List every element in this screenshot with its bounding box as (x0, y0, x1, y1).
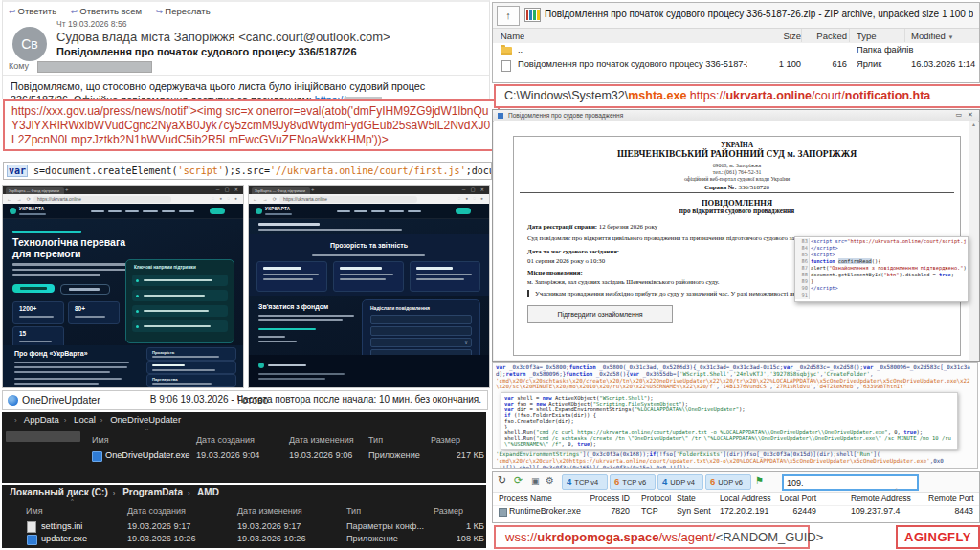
obfuscated-code-line: var _0x3c0f3a=_0x5800;function _0x5800(_… (496, 364, 974, 378)
about-card (146, 361, 236, 374)
browser-extension-icons[interactable]: ◌ ● ◌ ● (212, 196, 239, 201)
nav-link-skeleton[interactable] (337, 210, 350, 213)
column-header-pid[interactable]: Process ID (584, 494, 630, 503)
column-header-local-port[interactable]: Local Port (775, 494, 816, 503)
email-field[interactable] (370, 326, 472, 336)
file-size: 1 КБ (404, 521, 484, 531)
nav-link-skeleton[interactable] (143, 210, 158, 213)
doc-country: УКРАЇНА (514, 141, 960, 149)
column-header-packed[interactable]: Packed (805, 31, 847, 41)
column-header-size[interactable]: Размер (431, 435, 460, 445)
auto-refresh-icon[interactable]: ⟳ (514, 474, 523, 487)
nav-link-skeleton[interactable] (179, 210, 194, 213)
filter-input[interactable] (782, 474, 919, 491)
breadcrumb-item[interactable]: AMD (197, 487, 219, 497)
column-header-type[interactable]: Type (857, 31, 877, 41)
breadcrumb-item[interactable]: AppData (24, 414, 59, 425)
doc-phone: тел.: (061) 764-52-31 (514, 169, 960, 175)
refresh-icon[interactable]: ↻ (498, 474, 506, 487)
connection-row[interactable]: RuntimeBroker.exe 7820 TCP Syn Sent 172.… (493, 505, 979, 518)
column-header-protocol[interactable]: Protocol (641, 494, 671, 503)
column-header-remote-address[interactable]: Remote Address (851, 494, 911, 503)
email-link-skeleton[interactable] (258, 328, 316, 330)
donate-button[interactable] (12, 284, 55, 293)
footer-logo (258, 363, 264, 368)
nav-link-skeleton[interactable] (389, 210, 404, 213)
column-header-type[interactable]: Тип (368, 435, 383, 445)
column-header-remote-port[interactable]: Remote Port (928, 494, 973, 503)
task-icon (8, 395, 18, 406)
hta-document-area: ▲ УКРАЇНА ШЕВЧЕНКІВСЬКИЙ РАЙОННИЙ СУД м.… (494, 121, 978, 360)
column-header-name[interactable]: Name (501, 31, 524, 41)
breadcrumb-item[interactable]: Local (74, 414, 96, 425)
up-folder-button[interactable]: ↑ (497, 6, 520, 26)
decoded-script-line: var s=document.createElement('script');s… (3, 162, 492, 180)
browser-nav-icons[interactable]: ← → ⟳ (253, 196, 278, 202)
column-header-created[interactable]: Дата создания (127, 506, 186, 516)
topic-select[interactable]: ∨ (370, 338, 472, 347)
breadcrumb-item[interactable]: ProgramData (122, 487, 183, 497)
window-controls[interactable]: ▭ ✕ (956, 111, 975, 119)
nav-link-skeleton[interactable] (125, 210, 139, 213)
column-header-name[interactable]: Имя (26, 506, 43, 516)
text-skeleton (14, 371, 110, 373)
nav-link-skeleton[interactable] (108, 210, 122, 213)
column-header-name[interactable]: Имя (92, 435, 109, 445)
confirm-button[interactable]: Підтвердити ознайомлення (527, 305, 673, 323)
nav-link-skeleton[interactable] (354, 210, 368, 213)
column-header-modified[interactable]: Дата изменения (237, 506, 302, 516)
site-logo (256, 208, 262, 214)
mshta-command-box: C:\Windows\System32\mshta.exe https://uk… (494, 84, 980, 108)
browser-tab[interactable]: УкрВарта — Фонд підтримки (6, 187, 64, 194)
scrollbar[interactable]: ▲ (969, 121, 978, 360)
scheduled-task-row[interactable]: OneDriveUpdater Готово В 9:06 19.03.2026… (2, 390, 488, 410)
nav-link-skeleton[interactable] (408, 210, 421, 213)
language-toggle[interactable] (210, 208, 225, 214)
nav-link-skeleton[interactable] (371, 210, 385, 213)
gear-icon[interactable]: ⚙ (546, 475, 554, 486)
column-header-size[interactable]: Размер (434, 506, 463, 516)
browser-nav-icons[interactable]: ← → ⟳ (7, 196, 33, 202)
browser-tab[interactable]: УкрВарта — Фонд підтримки (252, 187, 310, 194)
text-skeleton (340, 274, 393, 275)
window-controls[interactable]: ─ ▢ ✕ (462, 187, 486, 192)
column-header-type[interactable]: Тип (346, 506, 361, 516)
breadcrumb-item[interactable]: Локальный диск (C:) (10, 487, 108, 497)
flag-icon[interactable]: ⚑ (755, 475, 764, 486)
column-header-size[interactable]: Size (747, 31, 801, 41)
window-list-icon[interactable]: ▣ (531, 476, 540, 486)
address-bar[interactable]: https://ukrvarta.online (33, 196, 171, 203)
window-controls[interactable]: ─ ▢ ✕ (216, 187, 240, 192)
new-tab-button[interactable]: + (311, 187, 315, 192)
file-explorer-appdata: › AppData› Local› OneDriveUpdater ^ Имя … (2, 412, 486, 483)
new-tab-button[interactable]: + (65, 187, 69, 192)
nav-link-skeleton[interactable] (91, 210, 104, 213)
udpv6-filter-toggle[interactable]: 6UDP v6 (705, 474, 751, 490)
archive-row-parent[interactable]: .. Папка файлів (493, 44, 979, 58)
column-header-local-address[interactable]: Local Address (720, 494, 770, 503)
name-field[interactable] (370, 315, 472, 324)
column-header-modified[interactable]: Дата изменения (289, 435, 354, 445)
archive-row-lnk[interactable]: Повідомлення про початок судового процес… (493, 58, 979, 73)
breadcrumb-item[interactable]: OneDriveUpdater (110, 414, 181, 425)
address-bar[interactable]: https://ukrvarta.online (279, 196, 417, 203)
nav-link-skeleton[interactable] (162, 210, 175, 213)
app-file-icon (92, 451, 102, 462)
tcpv6-filter-toggle[interactable]: 6TCP v6 (610, 474, 656, 490)
bullet-icon (136, 295, 139, 297)
column-header-modified[interactable]: Modified ▼ (911, 31, 954, 41)
join-button[interactable] (60, 284, 110, 295)
reply-button[interactable]: ↩Ответить (9, 6, 56, 16)
column-header-created[interactable]: Дата создания (196, 435, 255, 445)
language-toggle[interactable] (456, 208, 471, 214)
column-header-state[interactable]: State (677, 494, 696, 503)
wss-domain: ukrdopomoga.space (537, 530, 658, 544)
text-skeleton (258, 336, 285, 338)
code-text: s=document.createElement( (28, 165, 178, 176)
tcpv4-filter-toggle[interactable]: 4TCP v4 (562, 474, 608, 490)
udpv4-filter-toggle[interactable]: 4UDP v4 (657, 474, 703, 490)
column-header-process[interactable]: Process Name (499, 494, 552, 503)
forward-button[interactable]: ↪Переслать (156, 6, 211, 16)
reply-all-button[interactable]: ↩Ответить всем (71, 6, 142, 16)
browser-extension-icons[interactable]: ◌ ● ◌ ● (457, 196, 485, 201)
